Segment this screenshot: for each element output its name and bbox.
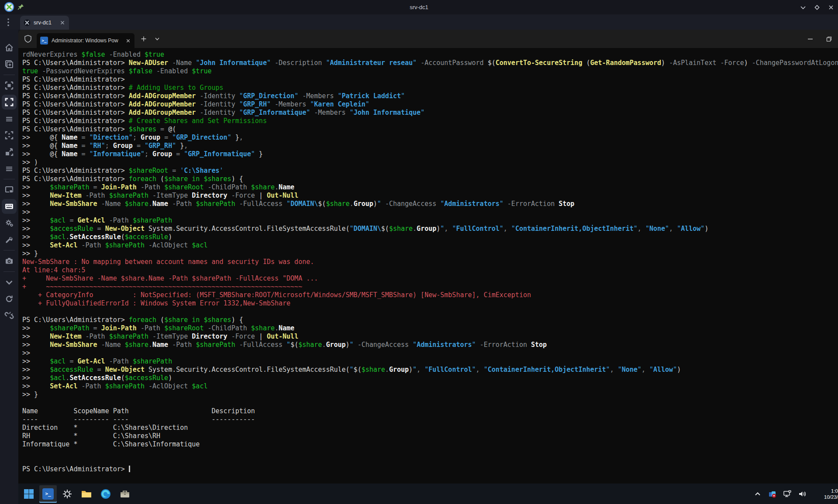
sidebar-center-screen-button[interactable] bbox=[2, 78, 17, 93]
terminal-minimize-button[interactable] bbox=[807, 36, 813, 42]
terminal-line bbox=[22, 399, 838, 407]
window-minimize-button[interactable] bbox=[800, 4, 807, 11]
taskbar-edge-button[interactable] bbox=[97, 485, 114, 503]
menu-dots-icon[interactable] bbox=[4, 17, 12, 27]
terminal-tab[interactable]: >_ Administrator: Windows Pow bbox=[37, 33, 134, 48]
refresh-icon bbox=[4, 294, 14, 304]
clock-date: 10/23/ bbox=[814, 494, 838, 500]
terminal-line: >> New-Item -Path $sharePath -ItemType D… bbox=[22, 333, 838, 341]
terminal-line: Direction * C:\Shares\Direction bbox=[22, 424, 838, 432]
terminal-line: >> New-SmbShare -Name $share.Name -Path … bbox=[22, 341, 838, 349]
powershell-icon: >_ bbox=[40, 37, 48, 45]
sidebar-picture-in-picture-button[interactable] bbox=[2, 182, 17, 197]
terminal-line: At line:4 char:5 bbox=[22, 266, 838, 274]
sidebar-fullscreen-button[interactable] bbox=[2, 95, 17, 110]
tools-wrench-icon bbox=[4, 235, 14, 244]
drag-lines-2-icon bbox=[4, 164, 14, 173]
sidebar-collapse-chevron-button[interactable] bbox=[2, 275, 17, 290]
terminal-line: >> New-Item -Path $sharePath -ItemType D… bbox=[22, 192, 838, 200]
collapse-chevron-icon bbox=[4, 278, 14, 287]
terminal-line: >> $accessRule = New-Object System.Secur… bbox=[22, 225, 838, 233]
start-button[interactable] bbox=[20, 485, 38, 503]
terminal-titlebar: >_ Administrator: Windows Pow bbox=[18, 30, 838, 48]
taskbar-settings-button[interactable] bbox=[59, 485, 76, 503]
terminal-line: >> $acl = Get-Acl -Path $sharePath bbox=[22, 216, 838, 225]
taskbar-clock[interactable]: 1:0 10/23/ bbox=[814, 488, 838, 500]
terminal-line: >> } bbox=[22, 250, 838, 258]
windows-logo-icon bbox=[23, 488, 34, 500]
taskbar-server-manager-button[interactable] bbox=[116, 485, 134, 503]
sidebar-home-button[interactable] bbox=[2, 40, 17, 55]
terminal-line: >> Set-Acl -Path $sharePath -AclObject $… bbox=[22, 382, 838, 391]
terminal-tab-close-icon[interactable] bbox=[125, 38, 131, 44]
terminal-line: Name ScopeName Path Description bbox=[22, 407, 838, 415]
terminal-line: PS C:\Users\Administrator> Add-ADGroupMe… bbox=[22, 109, 838, 117]
taskbar-powershell-button[interactable]: >_ bbox=[39, 485, 57, 503]
window-title: srv-dc1 bbox=[0, 4, 838, 10]
terminal-line: >> Set-Acl -Path $sharePath -AclObject $… bbox=[22, 241, 838, 250]
terminal-line: >> } bbox=[22, 391, 838, 399]
sidebar-keyboard-button[interactable] bbox=[2, 199, 17, 214]
terminal-line: PS C:\Users\Administrator> foreach ($sha… bbox=[22, 175, 838, 183]
window-maximize-button[interactable] bbox=[814, 4, 821, 11]
sidebar-tools-wrench-button[interactable] bbox=[2, 232, 17, 247]
taskbar-file-explorer-button[interactable] bbox=[78, 485, 95, 503]
server-manager-alert-icon[interactable] bbox=[768, 490, 777, 498]
terminal-line: >> $sharePath = Join-Path -Path $shareRo… bbox=[22, 324, 838, 333]
picture-in-picture-icon bbox=[4, 185, 14, 195]
vm-connection-tab[interactable]: srv-dc1 bbox=[20, 16, 69, 30]
vm-console-app: srv-dc1 srv-dc1 >_ bbox=[0, 0, 838, 504]
admin-shield-icon bbox=[24, 34, 32, 43]
terminal-line: PS C:\Users\Administrator> Add-ADGroupMe… bbox=[22, 92, 838, 100]
sidebar-refresh-button[interactable] bbox=[2, 291, 17, 306]
volume-icon[interactable] bbox=[798, 490, 807, 498]
terminal-line: >> $accessRule = New-Object System.Secur… bbox=[22, 366, 838, 374]
sidebar-disconnect-link-button[interactable] bbox=[2, 308, 17, 323]
terminal-line: >> @{ Name = "RH"; Group = "GRP_RH" }, bbox=[22, 142, 838, 150]
terminal-tab-label: Administrator: Windows Pow bbox=[52, 38, 122, 44]
terminal-output[interactable]: rdNeverExpires $false -Enabled $truePS C… bbox=[18, 48, 838, 483]
terminal-line: >> bbox=[22, 208, 838, 216]
sidebar-divider bbox=[3, 271, 15, 272]
terminal-line: >> $acl.SetAccessRule($accessRule) bbox=[22, 233, 838, 241]
vm-tab-close-icon[interactable] bbox=[59, 20, 66, 26]
terminal-maximize-button[interactable] bbox=[826, 36, 832, 42]
terminal-cursor bbox=[129, 466, 130, 472]
connection-tabstrip: srv-dc1 bbox=[0, 14, 838, 30]
settings-gear-icon bbox=[62, 488, 73, 500]
terminal-line bbox=[22, 308, 838, 316]
terminal-line: New-SmbShare : No mapping between accoun… bbox=[22, 258, 838, 266]
powershell-taskbar-icon: >_ bbox=[42, 488, 54, 500]
window-close-button[interactable] bbox=[828, 4, 835, 11]
home-icon bbox=[4, 43, 14, 52]
terminal-line: RH * C:\Shares\RH bbox=[22, 432, 838, 440]
terminal-line: >> bbox=[22, 349, 838, 357]
vm-sphere-icon bbox=[24, 19, 31, 26]
terminal-line: >> $sharePath = Join-Path -Path $shareRo… bbox=[22, 183, 838, 192]
sidebar-screenshot-camera-button[interactable] bbox=[2, 254, 17, 268]
screenshot-camera-icon bbox=[4, 256, 14, 266]
sidebar-resize-screen-button[interactable] bbox=[2, 144, 17, 159]
sidebar-add-display-button[interactable] bbox=[2, 57, 17, 72]
terminal-line: PS C:\Users\Administrator> # Adding User… bbox=[22, 84, 838, 92]
fit-screen-icon bbox=[4, 130, 14, 140]
sidebar-fit-screen-button[interactable] bbox=[2, 128, 17, 143]
terminal-line: >> @{ Name = "Direction"; Group = "GRP_D… bbox=[22, 134, 838, 142]
new-tab-plus-icon[interactable] bbox=[141, 36, 147, 42]
tab-dropdown-chevron-icon[interactable] bbox=[155, 36, 160, 41]
resize-screen-icon bbox=[4, 147, 14, 157]
sidebar-drag-lines-button[interactable] bbox=[2, 111, 17, 126]
sidebar-settings-gears-button[interactable] bbox=[2, 216, 17, 230]
terminal-line: ---- --------- ---- ----------- bbox=[22, 415, 838, 424]
network-icon[interactable] bbox=[783, 490, 792, 498]
terminal-line: PS C:\Users\Administrator> Add-ADGroupMe… bbox=[22, 100, 838, 109]
terminal-line: + ~~~~~~~~~~~~~~~~~~~~~~~~~~~~~~~~~~~~~~… bbox=[22, 283, 838, 291]
hidden-icons-chevron[interactable] bbox=[753, 490, 762, 498]
system-tray: 1:0 10/23/ bbox=[753, 483, 838, 504]
terminal-line: PS C:\Users\Administrator> bbox=[22, 465, 838, 473]
edge-browser-icon bbox=[100, 488, 111, 500]
terminal-line: + CategoryInfo : NotSpecified: (MSFT_SMB… bbox=[22, 291, 838, 299]
sidebar-drag-lines-2-button[interactable] bbox=[2, 161, 17, 176]
terminal-line: PS C:\Users\Administrator> # Create Shar… bbox=[22, 117, 838, 125]
disconnect-link-icon bbox=[4, 311, 14, 320]
